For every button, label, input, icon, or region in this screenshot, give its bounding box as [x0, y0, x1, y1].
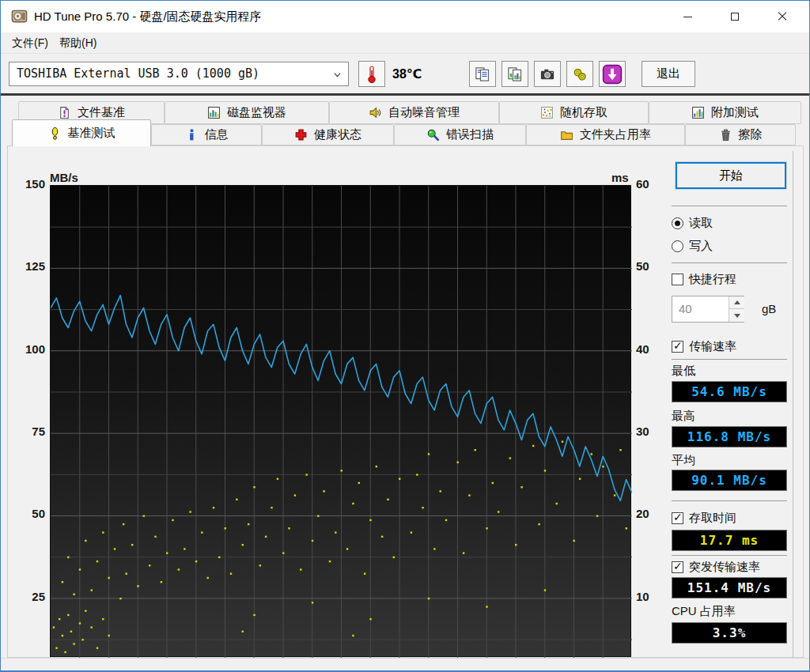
divider [672, 359, 787, 360]
axis-tick: 125 [1, 259, 45, 273]
axis-tick: 30 [636, 425, 668, 438]
update-button[interactable] [599, 61, 626, 87]
burst-rate-display: 151.4 MB/s [672, 577, 787, 598]
app-window: HD Tune Pro 5.70 - 硬盘/固态硬盘实用程序 文件(F) 帮助(… [0, 0, 810, 672]
avg-value-display: 90.1 MB/s [672, 470, 787, 491]
divider [672, 262, 787, 263]
write-radio[interactable]: 写入 [672, 239, 795, 253]
maximize-icon [731, 13, 739, 21]
tab-random-access[interactable]: 随机存取 [499, 101, 649, 124]
read-radio[interactable]: 读取 [672, 216, 795, 230]
close-button[interactable] [764, 1, 801, 32]
checkbox-icon [672, 341, 683, 353]
short-stroke-unit: gB [762, 302, 785, 315]
random-access-icon [540, 106, 554, 119]
thermometer-icon [366, 65, 377, 84]
avg-label: 平均 [672, 453, 790, 468]
short-stroke-value: 40 [679, 296, 692, 322]
tab-label: 随机存取 [560, 105, 608, 120]
axis-tick: 150 [1, 177, 45, 191]
spin-up-button[interactable] [729, 296, 744, 309]
health-icon [294, 128, 308, 142]
tab-disk-monitor[interactable]: 磁盘监视器 [165, 101, 329, 124]
cpu-usage-display: 3.3% [672, 622, 787, 644]
spinner [729, 296, 744, 322]
options-button[interactable] [566, 61, 593, 87]
aam-speaker-icon [369, 106, 382, 119]
tab-label: 信息 [205, 127, 229, 142]
max-label: 最高 [672, 409, 790, 424]
divider [672, 555, 787, 556]
menu-help[interactable]: 帮助(H) [53, 32, 103, 53]
screenshot-button[interactable] [534, 61, 561, 87]
chevron-down-icon [334, 71, 341, 78]
menubar: 文件(F) 帮助(H) [1, 32, 809, 54]
checkbox-icon [672, 274, 683, 285]
transfer-rate-checkbox[interactable]: 传输速率 [672, 339, 795, 353]
tab-health[interactable]: 健康状态 [262, 124, 394, 145]
tab-benchmark[interactable]: 基准测试 [12, 119, 151, 146]
tab-error-scan[interactable]: 错误扫描 [394, 124, 526, 145]
file-benchmark-icon [58, 106, 71, 119]
left-axis-ticks: 150125100755025 [1, 1, 45, 672]
axis-tick: 100 [1, 342, 45, 356]
access-time-label: 存取时间 [689, 511, 736, 526]
divider [672, 500, 787, 501]
short-stroke-checkbox[interactable]: 快捷行程 [672, 272, 795, 286]
access-time-checkbox[interactable]: 存取时间 [672, 511, 795, 525]
right-axis-ticks: 605040302010 [636, 1, 668, 672]
temperature-value: 38℃ [392, 61, 422, 87]
up-arrow-icon [734, 300, 740, 304]
drive-select-value: TOSHIBA External USB 3.0 (1000 gB) [17, 62, 259, 85]
disk-monitor-icon [207, 106, 221, 119]
down-arrow-icon [734, 314, 740, 318]
drive-select[interactable]: TOSHIBA External USB 3.0 (1000 gB) [9, 62, 349, 86]
min-value-display: 54.6 MB/s [672, 381, 787, 402]
copy-text-button[interactable] [469, 61, 496, 87]
panel-right-edge [793, 151, 793, 658]
start-label: 开始 [719, 168, 743, 183]
short-stroke-size-input[interactable]: 40 [672, 296, 744, 323]
tab-erase[interactable]: 擦除 [685, 124, 796, 145]
temperature-button[interactable] [358, 61, 385, 87]
tab-aam[interactable]: 自动噪音管理 [329, 101, 499, 124]
tab-label: 健康状态 [314, 127, 361, 142]
right-axis-unit: ms [611, 171, 629, 184]
start-button[interactable]: 开始 [676, 162, 786, 189]
update-download-icon [602, 64, 623, 85]
tab-label: 附加测试 [711, 105, 759, 120]
tab-info[interactable]: 信息 [151, 124, 262, 145]
close-icon [778, 12, 787, 21]
radio-read-label: 读取 [689, 216, 713, 231]
max-value-display: 116.8 MB/s [672, 426, 787, 447]
statusbar [1, 658, 809, 670]
radio-write-label: 写入 [689, 239, 713, 254]
copy-image-button[interactable] [502, 61, 528, 87]
tab-label: 基准测试 [68, 126, 115, 141]
transfer-rate-label: 传输速率 [689, 339, 736, 354]
burst-rate-label: 突发传输速率 [689, 560, 760, 575]
options-gears-icon [572, 66, 588, 82]
axis-tick: 20 [636, 507, 668, 520]
divider [672, 206, 787, 206]
burst-rate-checkbox[interactable]: 突发传输速率 [672, 560, 795, 574]
axis-tick: 75 [1, 425, 45, 438]
tab-label: 文件基准 [78, 105, 125, 120]
axis-tick: 50 [636, 259, 668, 273]
erase-icon [719, 128, 732, 142]
spin-down-button[interactable] [729, 309, 744, 322]
tab-label: 擦除 [739, 127, 763, 142]
chart-canvas [51, 186, 632, 658]
tab-extra-tests[interactable]: 附加测试 [649, 101, 801, 124]
left-axis-unit: MB/s [50, 171, 78, 184]
screenshot-camera-icon [539, 66, 555, 82]
maximize-button[interactable] [717, 1, 753, 32]
short-stroke-label: 快捷行程 [689, 272, 736, 287]
min-label: 最低 [672, 364, 790, 379]
access-time-display: 17.7 ms [672, 530, 787, 551]
radio-write-icon [672, 240, 683, 252]
error-scan-icon [426, 128, 440, 142]
cpu-usage-label: CPU 占用率 [672, 604, 790, 619]
minimize-button[interactable] [669, 1, 706, 32]
axis-tick: 50 [1, 507, 45, 520]
